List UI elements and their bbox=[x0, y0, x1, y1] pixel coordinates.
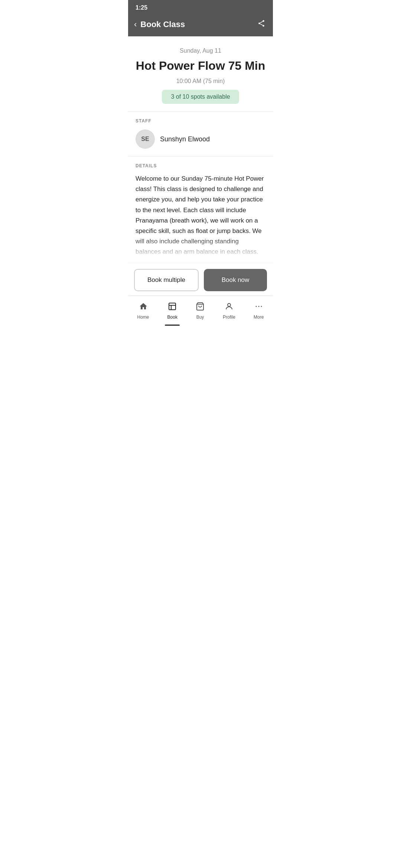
staff-name: Sunshyn Elwood bbox=[160, 135, 210, 143]
svg-point-9 bbox=[258, 306, 259, 307]
nav-label-profile: Profile bbox=[223, 315, 235, 320]
nav-label-more: More bbox=[254, 315, 264, 320]
page-title: Book Class bbox=[140, 20, 185, 29]
nav-item-profile[interactable]: Profile bbox=[217, 300, 241, 322]
class-time: 10:00 AM (75 min) bbox=[136, 78, 265, 85]
svg-line-3 bbox=[260, 22, 263, 23]
book-multiple-button[interactable]: Book multiple bbox=[134, 269, 199, 291]
profile-icon bbox=[225, 302, 234, 313]
svg-point-8 bbox=[255, 306, 257, 307]
svg-point-0 bbox=[263, 20, 264, 22]
details-section: DETAILS Welcome to our Sunday 75-minute … bbox=[128, 157, 273, 263]
share-button[interactable] bbox=[256, 18, 267, 31]
back-button[interactable]: ‹ Book Class bbox=[134, 20, 185, 29]
top-nav: ‹ Book Class bbox=[128, 14, 273, 36]
status-time: 1:25 bbox=[136, 4, 147, 11]
nav-item-book[interactable]: Book bbox=[162, 300, 183, 322]
class-name: Hot Power Flow 75 Min bbox=[136, 59, 265, 73]
home-icon bbox=[139, 302, 148, 313]
nav-label-book: Book bbox=[167, 315, 177, 320]
nav-label-buy: Buy bbox=[196, 315, 204, 320]
details-section-label: DETAILS bbox=[136, 163, 265, 168]
staff-section-label: STAFF bbox=[136, 118, 265, 124]
svg-point-10 bbox=[261, 306, 262, 307]
buy-icon bbox=[196, 302, 205, 313]
share-icon bbox=[257, 19, 265, 27]
nav-item-home[interactable]: Home bbox=[131, 300, 155, 322]
book-now-button[interactable]: Book now bbox=[204, 269, 267, 291]
svg-line-4 bbox=[260, 24, 263, 25]
staff-row: SE Sunshyn Elwood bbox=[136, 129, 265, 152]
bottom-nav: Home Book Buy Profile bbox=[128, 296, 273, 329]
book-icon bbox=[168, 302, 177, 313]
back-icon: ‹ bbox=[134, 20, 137, 29]
class-date: Sunday, Aug 11 bbox=[136, 47, 265, 54]
class-header: Sunday, Aug 11 Hot Power Flow 75 Min 10:… bbox=[128, 36, 273, 112]
svg-point-2 bbox=[263, 25, 264, 27]
spots-badge: 3 of 10 spots available bbox=[162, 90, 239, 104]
status-bar: 1:25 bbox=[128, 0, 273, 14]
svg-point-7 bbox=[228, 303, 231, 306]
more-icon bbox=[254, 302, 263, 313]
nav-item-more[interactable]: More bbox=[248, 300, 270, 322]
details-text: Welcome to our Sunday 75-minute Hot Powe… bbox=[136, 174, 265, 259]
nav-label-home: Home bbox=[137, 315, 149, 320]
main-content: Sunday, Aug 11 Hot Power Flow 75 Min 10:… bbox=[128, 36, 273, 263]
staff-avatar: SE bbox=[136, 129, 155, 149]
svg-point-1 bbox=[258, 23, 260, 24]
bottom-buttons: Book multiple Book now bbox=[128, 263, 273, 296]
staff-section: STAFF SE Sunshyn Elwood bbox=[128, 112, 273, 157]
svg-rect-5 bbox=[169, 303, 176, 310]
details-fade-container: Welcome to our Sunday 75-minute Hot Powe… bbox=[136, 174, 265, 259]
nav-item-buy[interactable]: Buy bbox=[190, 300, 211, 322]
